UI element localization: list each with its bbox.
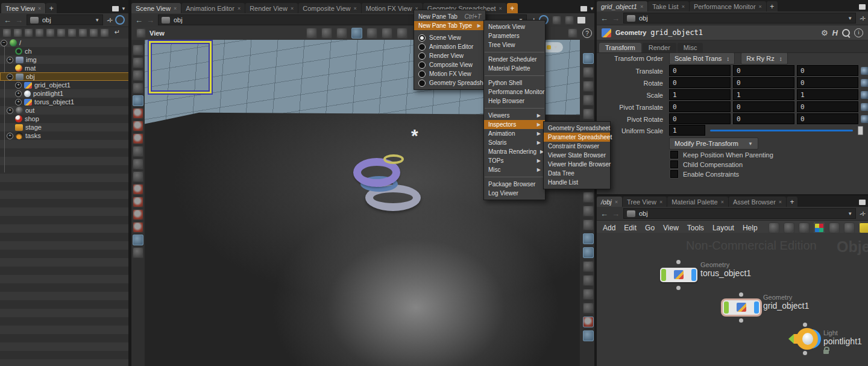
node-name-field[interactable]: grid_object1 [650, 28, 703, 37]
collapse-toggle[interactable]: − [7, 74, 13, 80]
new-tab-button[interactable]: + [787, 197, 797, 207]
inspectors-item-geometry-spreadsheet[interactable]: Geometry Spreadsheet [544, 124, 610, 133]
view-menu-label[interactable]: View [149, 30, 165, 37]
scale-tool-icon[interactable] [133, 133, 143, 144]
close-icon[interactable]: × [721, 199, 724, 205]
submenu-item-misc[interactable]: Misc▶ [484, 165, 545, 174]
pane-maximize-icon[interactable] [112, 6, 119, 11]
search-icon[interactable] [842, 29, 850, 37]
pin-icon[interactable]: -✛ [107, 17, 112, 24]
scale-gizmo-icon[interactable] [861, 91, 868, 99]
node-output-dot[interactable] [676, 286, 681, 290]
filter-chop-icon[interactable] [24, 28, 33, 37]
translate-x-field[interactable] [669, 65, 731, 76]
tree-row-mat[interactable]: mat [0, 64, 143, 72]
submenu-item-help-browser[interactable]: Help Browser [484, 96, 545, 106]
tree-row-pointlight1[interactable]: + pointlight1 [0, 89, 143, 98]
submenu-item-solaris[interactable]: Solaris▶ [484, 138, 545, 147]
pane-maximize-icon[interactable] [859, 200, 866, 205]
transform-order-select[interactable]: Scale Rot Trans↕ [669, 52, 735, 65]
tree-row-out[interactable]: + out [0, 106, 135, 115]
view-corner-icon[interactable] [583, 219, 594, 230]
param-tab-transform[interactable]: Transform [599, 43, 641, 52]
menu-radio-animation-editor[interactable]: Animation Editor [414, 42, 485, 51]
no-camera-icon[interactable] [583, 95, 594, 106]
submenu-item-log-viewer[interactable]: Log Viewer [484, 189, 545, 198]
node-display-flag[interactable] [754, 301, 759, 314]
path-dropdown-icon[interactable]: ▼ [95, 17, 99, 23]
forward-icon[interactable]: → [15, 16, 23, 24]
snapshot-icon[interactable] [583, 317, 594, 327]
tab-tree-view[interactable]: Tree View × [1, 3, 45, 13]
spinner-icon[interactable]: ↕ [726, 55, 729, 62]
tab-tree-view[interactable]: Tree View× [623, 197, 667, 207]
node-grid-object1[interactable] [723, 300, 760, 315]
close-icon[interactable]: × [499, 5, 502, 11]
translate-gizmo-icon[interactable] [861, 67, 868, 75]
filter-sop-icon[interactable] [13, 28, 22, 37]
reflection-display-icon[interactable] [583, 261, 594, 272]
collapse-all-icon[interactable]: ↵ [115, 28, 120, 36]
expand-toggle[interactable]: + [7, 107, 13, 114]
current-state-icon[interactable] [351, 28, 362, 39]
cube-display-icon[interactable] [552, 16, 561, 25]
node-template-flag[interactable] [788, 334, 794, 344]
rotate-order-select[interactable]: Rx Ry Rz↕ [741, 52, 787, 65]
new-tab-button[interactable]: + [507, 3, 518, 13]
info-icon[interactable]: i [854, 28, 863, 37]
box-zoom-icon[interactable] [366, 28, 377, 39]
node-name-label[interactable]: pointlight1 [823, 336, 862, 346]
backface-display-icon[interactable] [583, 233, 594, 244]
forward-icon[interactable]: → [612, 210, 620, 218]
node-display-flag[interactable] [691, 269, 696, 281]
menu-item-new-pane-tab-type[interactable]: New Pane Tab Type ▶ [414, 21, 485, 30]
rotate-tool-icon[interactable] [133, 121, 143, 131]
spinner-icon[interactable]: ↕ [779, 55, 782, 62]
filter-generic-icon[interactable] [2, 28, 11, 37]
pivot-rotate-gizmo-icon[interactable] [861, 115, 868, 123]
filter-dop-icon[interactable] [68, 28, 77, 37]
pin-icon[interactable]: -✛ [860, 210, 864, 217]
pretransform-dropdown[interactable]: Modify Pre-Transform ▼ [669, 137, 758, 150]
lock-camera-icon[interactable] [583, 81, 594, 92]
close-icon[interactable]: × [682, 4, 685, 10]
hierarchy-icon[interactable] [784, 222, 794, 233]
enable-constraints-checkbox[interactable] [670, 170, 678, 178]
pose-tool-icon[interactable] [133, 146, 143, 157]
rotate-x-field[interactable] [669, 77, 731, 88]
select-tool-icon[interactable] [133, 83, 143, 93]
filter-vop-icon[interactable] [46, 28, 55, 37]
back-icon[interactable]: ← [135, 16, 143, 24]
tree-row-grid-object1[interactable]: + grid_object1 [0, 81, 143, 89]
headlight-icon[interactable] [583, 330, 594, 341]
submenu-item-inspectors[interactable]: Inspectors▶ [484, 120, 545, 129]
filter-lop-icon[interactable] [89, 28, 98, 37]
close-icon[interactable]: × [237, 5, 241, 11]
submenu-item-viewers[interactable]: Viewers▶ [484, 111, 545, 120]
node-pointlight1[interactable] [788, 328, 821, 350]
tree-row-stage[interactable]: stage [0, 123, 143, 131]
node-input-dot[interactable] [803, 323, 807, 327]
tree-row-tasks[interactable]: + tasks [0, 131, 135, 140]
close-icon[interactable]: × [38, 5, 41, 11]
submenu-item-network-view[interactable]: Network View [484, 22, 545, 31]
show-handles-icon[interactable] [133, 70, 143, 81]
close-icon[interactable]: × [759, 4, 762, 10]
menu-edit[interactable]: Edit [624, 224, 637, 232]
inspectors-item-viewer-handle-browser[interactable]: Viewer Handle Browser [544, 160, 610, 169]
list-lines-icon[interactable] [799, 222, 810, 233]
uniform-scale-slider-handle[interactable] [858, 126, 863, 135]
follow-focus-icon[interactable] [115, 15, 125, 25]
snap-prim-icon[interactable] [133, 197, 143, 207]
submenu-item-performance-monitor[interactable]: Performance Monitor [484, 87, 545, 96]
wireframe-mode-icon[interactable] [583, 67, 594, 78]
filter-shop-icon[interactable] [35, 28, 44, 37]
pivot-rotate-z-field[interactable] [797, 113, 858, 124]
selected-grid-wireframe[interactable] [149, 41, 212, 93]
tab-render-view[interactable]: Render View× [245, 3, 298, 13]
expand-toggle[interactable]: + [7, 133, 13, 139]
menu-layout[interactable]: Layout [712, 224, 734, 232]
expand-toggle[interactable]: + [15, 99, 22, 106]
filter-cop-icon[interactable] [57, 28, 66, 37]
gear-icon[interactable]: ⚙ [821, 28, 828, 37]
